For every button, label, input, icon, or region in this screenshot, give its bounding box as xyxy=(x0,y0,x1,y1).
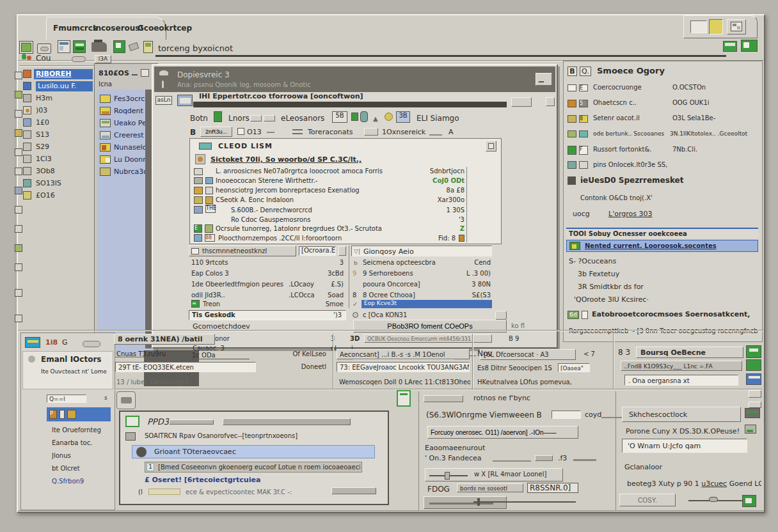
table-header-chip[interactable]: [Ocroara.E xyxy=(299,246,336,256)
chart-tool-icon[interactable] xyxy=(741,40,758,52)
midcol-top-field[interactable] xyxy=(424,395,463,402)
mini-icon[interactable] xyxy=(15,315,22,322)
menu-chip[interactable] xyxy=(264,115,275,121)
cou-list-item[interactable]: H3m xyxy=(36,94,93,104)
props-section-header[interactable]: TOOl Sobuy Ocnesser ooekcoeea xyxy=(566,228,758,239)
rightcol-button[interactable]: COSY. xyxy=(619,494,676,506)
small-green-icon[interactable] xyxy=(351,113,358,121)
rightcol-field[interactable]: 'O Wnarn U:Jcfo qam xyxy=(622,439,747,453)
midcol-bottom-slider[interactable] xyxy=(424,496,507,509)
save-green-icon[interactable] xyxy=(214,111,222,122)
midcol-row1-box[interactable] xyxy=(552,411,581,419)
groupbox-selected-row[interactable]: Grioant TOteraeovcaec xyxy=(132,445,375,458)
menu-eli-siamgo[interactable]: ELI Siamgo xyxy=(417,114,459,123)
strip-p4-row2[interactable]: . Ona oergansna xt xyxy=(624,375,738,386)
cou-list-item[interactable]: )03 xyxy=(36,106,93,116)
green-chart-icon[interactable] xyxy=(113,40,125,53)
table-footer-left[interactable]: Tis Geskodk ')3 xyxy=(189,310,346,320)
props-tree-item[interactable]: 'QOroote 3lU Kcsirec· xyxy=(574,295,749,304)
table-row-selected[interactable]: Eop Kcve3t xyxy=(361,300,492,308)
mail-search-field[interactable]: Q==l xyxy=(47,395,86,403)
mail-item[interactable]: bt Olcret xyxy=(52,465,112,472)
mail-selected-row[interactable]: P xyxy=(47,407,111,421)
menu-lnors[interactable]: Lnors xyxy=(228,114,250,123)
strip-p4-green-icon[interactable] xyxy=(746,345,761,358)
menu-chip[interactable] xyxy=(250,115,262,121)
menu-5b-chip[interactable]: 5B xyxy=(332,111,347,123)
cou-list-item[interactable]: £O16 xyxy=(36,191,93,201)
strip-p1-header[interactable]: 8 oernk 31NEA) /batil xyxy=(114,334,215,345)
rightcol-drive-icon[interactable] xyxy=(745,408,760,418)
props-tree-item[interactable]: 3b Fextetuy xyxy=(578,270,748,278)
cou-oval-button[interactable] xyxy=(72,56,86,62)
strip-p2-row1[interactable]: Aeconcsant] ...i B.-s ·s .M 1Oenol xyxy=(337,349,470,359)
form-side-icon[interactable] xyxy=(486,141,496,152)
minimize-button[interactable] xyxy=(690,20,707,33)
mail-oval-button[interactable] xyxy=(83,341,100,347)
printer-chip[interactable] xyxy=(116,391,136,409)
subbar-button[interactable]: 2nR3u... xyxy=(200,127,232,137)
yellow-dot-icon[interactable] xyxy=(385,113,393,121)
restore-button[interactable] xyxy=(727,19,746,35)
dialog-progress-chip[interactable] xyxy=(511,97,532,107)
table-header-mini[interactable] xyxy=(338,246,346,256)
groupbox-bottom-chip[interactable] xyxy=(331,487,376,494)
menu-eleosanors[interactable]: eLeosanors xyxy=(281,114,324,123)
rightcol-green-icon[interactable] xyxy=(742,495,756,507)
mini-icon[interactable] xyxy=(15,148,22,156)
strip-p4-blue-icon[interactable] xyxy=(746,373,761,385)
cou-list-item[interactable]: S13 xyxy=(36,130,93,141)
minimize-panel-icon[interactable] xyxy=(132,74,138,75)
menu-botn[interactable]: Botn xyxy=(190,114,208,123)
menu-3b-chip[interactable]: 3B xyxy=(396,111,410,123)
strip-p4-header[interactable]: Boursq OeBecne xyxy=(636,347,743,358)
mini-icon[interactable] xyxy=(15,72,22,79)
groupbox-field[interactable]: 1 [Bmed Coseeonvn gkoenoerg eucoof Lotue… xyxy=(145,462,362,473)
printer-icon[interactable] xyxy=(91,42,107,52)
edge-chip[interactable] xyxy=(749,402,761,408)
cou-list-item[interactable]: 1Cl3 xyxy=(36,155,93,165)
mini-icon[interactable] xyxy=(15,129,22,137)
mini-icon[interactable] xyxy=(15,206,22,214)
table-header-right[interactable]: ▽| Gionqosy Aeio xyxy=(351,246,492,256)
edge-chip[interactable] xyxy=(749,390,761,398)
cou-list-item[interactable]: RJBOREH xyxy=(34,69,93,79)
props-selected-row[interactable]: Nented current. Looroosok.socontes xyxy=(566,240,758,252)
window-tab-gcoeokrtcep[interactable]: Gcoeokrtcep xyxy=(138,24,189,33)
dialog-titlebar[interactable]: Dopiesvreic 3 Ana: psxnu Qoonik log, mos… xyxy=(154,66,555,92)
cou-list-item[interactable]: 1£0 xyxy=(36,118,93,129)
dialog-small-button[interactable] xyxy=(546,97,555,106)
mini-icon[interactable] xyxy=(15,187,22,194)
subbar-checkbox[interactable] xyxy=(237,128,244,135)
mini-icon[interactable] xyxy=(15,225,22,233)
mini-icon[interactable] xyxy=(15,289,22,297)
mini-icon[interactable] xyxy=(15,263,22,271)
teal-bottle-icon[interactable] xyxy=(360,111,368,122)
cou-list-item[interactable]: S29 xyxy=(36,143,93,153)
midcol-slider-handle[interactable] xyxy=(445,472,450,480)
window-tab-incoserous[interactable]: Incoserous! xyxy=(93,24,143,33)
mini-icon[interactable] xyxy=(15,168,22,175)
mini-icon[interactable] xyxy=(15,91,22,98)
mail-item[interactable]: Ite Oruefornteg xyxy=(52,426,112,434)
midcol-slider-box[interactable]: w X [RL 4maor Loonel] xyxy=(425,468,563,481)
midcol-bottom-handle[interactable] xyxy=(477,498,480,506)
strip-p1-field[interactable]: 29T tE- EOQ33EK.etcen xyxy=(115,362,256,372)
strip-p3-spinner[interactable]: [Oasea" xyxy=(558,363,590,372)
props-tree-item[interactable]: 3R Smidtkbr ds for xyxy=(578,283,748,291)
window-tab-fmumcrcs[interactable]: Fmumcrcs xyxy=(53,24,97,33)
toolbar-search-value[interactable]: torceng byxoicnot xyxy=(158,43,233,53)
rightcol-row1-box[interactable]: Skhchescoctlock xyxy=(622,407,741,422)
strip-p4-row1[interactable]: ..Fnd8 K1O9S3cy___ L1nc =.FA xyxy=(621,361,742,371)
props-sub2-value[interactable]: L'orgros 303 xyxy=(608,210,685,218)
props-tree-item[interactable]: S- ?Ocuceans xyxy=(569,257,748,265)
cou-list-item[interactable]: 3Ob8 xyxy=(36,167,93,177)
midcol-doc-icon[interactable] xyxy=(397,390,411,407)
mail-icon[interactable] xyxy=(177,95,193,106)
subbar-spinner[interactable] xyxy=(364,128,378,136)
midcol-button1[interactable]: Forcuoy onerosec. O11) /aoervon] .-IOn—— xyxy=(427,426,578,439)
table-header-left[interactable]: thscmnnetneostknzl xyxy=(189,246,296,256)
table-view-icon[interactable] xyxy=(723,41,737,52)
maximize-panel-icon[interactable] xyxy=(141,69,149,77)
strip-p2-row2[interactable]: 73: EEGaveJroaoc Lncookk TOU3ANG3AN xyxy=(337,362,470,372)
